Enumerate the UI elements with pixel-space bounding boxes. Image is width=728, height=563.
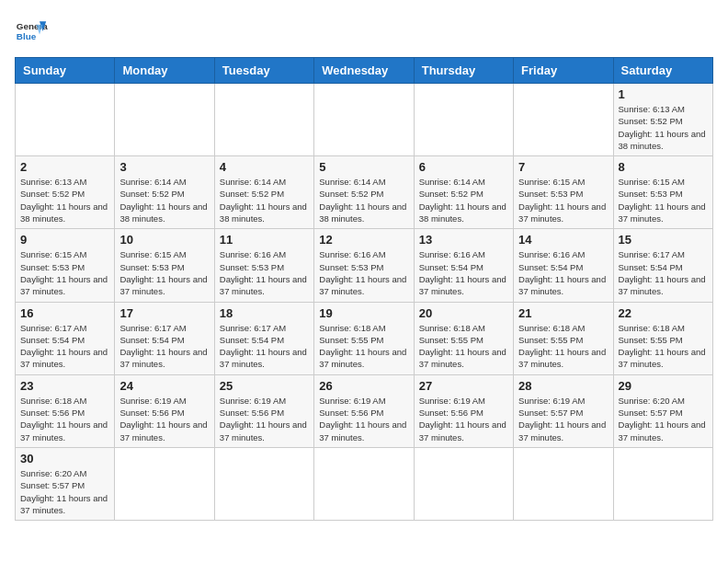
weekday-header-saturday: Saturday [613, 58, 712, 84]
calendar-cell: 4Sunrise: 6:14 AM Sunset: 5:52 PM Daylig… [214, 156, 313, 229]
day-number: 2 [20, 160, 109, 174]
day-info: Sunrise: 6:16 AM Sunset: 5:53 PM Dayligh… [319, 248, 408, 297]
calendar-cell: 5Sunrise: 6:14 AM Sunset: 5:52 PM Daylig… [314, 156, 414, 229]
calendar-cell: 20Sunrise: 6:18 AM Sunset: 5:55 PM Dayli… [414, 302, 513, 374]
day-number: 15 [619, 233, 708, 247]
weekday-header-sunday: Sunday [16, 58, 115, 84]
calendar-cell: 7Sunrise: 6:15 AM Sunset: 5:53 PM Daylig… [514, 156, 613, 229]
day-number: 29 [619, 379, 708, 393]
day-number: 6 [419, 160, 508, 174]
day-info: Sunrise: 6:15 AM Sunset: 5:53 PM Dayligh… [119, 248, 209, 297]
calendar-row-1: 1Sunrise: 6:13 AM Sunset: 5:52 PM Daylig… [16, 84, 713, 156]
calendar-cell [115, 84, 214, 156]
day-info: Sunrise: 6:14 AM Sunset: 5:52 PM Dayligh… [220, 176, 309, 224]
calendar-cell [314, 447, 414, 520]
day-number: 19 [319, 306, 408, 320]
day-info: Sunrise: 6:15 AM Sunset: 5:53 PM Dayligh… [619, 176, 708, 224]
calendar-cell [214, 447, 313, 520]
day-info: Sunrise: 6:16 AM Sunset: 5:54 PM Dayligh… [518, 248, 608, 297]
day-info: Sunrise: 6:18 AM Sunset: 5:55 PM Dayligh… [518, 322, 608, 371]
weekday-header-friday: Friday [514, 58, 613, 84]
calendar-row-5: 23Sunrise: 6:18 AM Sunset: 5:56 PM Dayli… [16, 374, 713, 447]
day-info: Sunrise: 6:14 AM Sunset: 5:52 PM Dayligh… [319, 176, 408, 224]
calendar-cell: 25Sunrise: 6:19 AM Sunset: 5:56 PM Dayli… [214, 374, 313, 447]
calendar-table: SundayMondayTuesdayWednesdayThursdayFrid… [15, 57, 713, 521]
calendar-cell: 1Sunrise: 6:13 AM Sunset: 5:52 PM Daylig… [613, 84, 712, 156]
day-number: 20 [419, 306, 508, 320]
calendar-cell: 14Sunrise: 6:16 AM Sunset: 5:54 PM Dayli… [514, 229, 613, 302]
day-info: Sunrise: 6:14 AM Sunset: 5:52 PM Dayligh… [419, 176, 508, 224]
day-number: 3 [119, 160, 209, 174]
calendar-cell [414, 447, 513, 520]
day-info: Sunrise: 6:17 AM Sunset: 5:54 PM Dayligh… [20, 322, 109, 371]
calendar-cell: 23Sunrise: 6:18 AM Sunset: 5:56 PM Dayli… [16, 374, 115, 447]
weekday-header-monday: Monday [115, 58, 214, 84]
day-info: Sunrise: 6:19 AM Sunset: 5:56 PM Dayligh… [220, 395, 309, 443]
day-number: 12 [319, 233, 408, 247]
logo: General Blue [15, 15, 48, 48]
calendar-cell: 8Sunrise: 6:15 AM Sunset: 5:53 PM Daylig… [613, 156, 712, 229]
day-number: 4 [220, 160, 309, 174]
calendar-cell: 15Sunrise: 6:17 AM Sunset: 5:54 PM Dayli… [613, 229, 712, 302]
day-number: 1 [619, 87, 708, 101]
calendar-cell: 10Sunrise: 6:15 AM Sunset: 5:53 PM Dayli… [115, 229, 214, 302]
day-number: 18 [220, 306, 309, 320]
day-number: 10 [119, 233, 209, 247]
day-info: Sunrise: 6:18 AM Sunset: 5:56 PM Dayligh… [20, 395, 109, 443]
calendar-cell: 6Sunrise: 6:14 AM Sunset: 5:52 PM Daylig… [414, 156, 513, 229]
weekday-header-row: SundayMondayTuesdayWednesdayThursdayFrid… [16, 58, 713, 84]
calendar-cell: 26Sunrise: 6:19 AM Sunset: 5:56 PM Dayli… [314, 374, 414, 447]
calendar-cell: 30Sunrise: 6:20 AM Sunset: 5:57 PM Dayli… [16, 447, 115, 520]
calendar-cell [514, 447, 613, 520]
calendar-row-4: 16Sunrise: 6:17 AM Sunset: 5:54 PM Dayli… [16, 302, 713, 374]
day-info: Sunrise: 6:18 AM Sunset: 5:55 PM Dayligh… [619, 322, 708, 371]
weekday-header-thursday: Thursday [414, 58, 513, 84]
day-number: 27 [419, 379, 508, 393]
calendar-row-3: 9Sunrise: 6:15 AM Sunset: 5:53 PM Daylig… [16, 229, 713, 302]
day-number: 17 [119, 306, 209, 320]
weekday-header-tuesday: Tuesday [214, 58, 313, 84]
calendar-cell: 22Sunrise: 6:18 AM Sunset: 5:55 PM Dayli… [613, 302, 712, 374]
day-info: Sunrise: 6:13 AM Sunset: 5:52 PM Dayligh… [20, 176, 109, 224]
day-number: 14 [518, 233, 608, 247]
calendar-cell: 16Sunrise: 6:17 AM Sunset: 5:54 PM Dayli… [16, 302, 115, 374]
calendar-cell: 19Sunrise: 6:18 AM Sunset: 5:55 PM Dayli… [314, 302, 414, 374]
calendar-cell: 3Sunrise: 6:14 AM Sunset: 5:52 PM Daylig… [115, 156, 214, 229]
day-info: Sunrise: 6:18 AM Sunset: 5:55 PM Dayligh… [319, 322, 408, 371]
day-info: Sunrise: 6:17 AM Sunset: 5:54 PM Dayligh… [619, 248, 708, 297]
calendar-cell [414, 84, 513, 156]
calendar-cell: 29Sunrise: 6:20 AM Sunset: 5:57 PM Dayli… [613, 374, 712, 447]
day-info: Sunrise: 6:16 AM Sunset: 5:54 PM Dayligh… [419, 248, 508, 297]
day-number: 24 [119, 379, 209, 393]
day-number: 26 [319, 379, 408, 393]
day-number: 21 [518, 306, 608, 320]
day-number: 11 [220, 233, 309, 247]
calendar-cell: 17Sunrise: 6:17 AM Sunset: 5:54 PM Dayli… [115, 302, 214, 374]
day-number: 25 [220, 379, 309, 393]
day-info: Sunrise: 6:19 AM Sunset: 5:56 PM Dayligh… [419, 395, 508, 443]
calendar-cell: 24Sunrise: 6:19 AM Sunset: 5:56 PM Dayli… [115, 374, 214, 447]
day-info: Sunrise: 6:14 AM Sunset: 5:52 PM Dayligh… [119, 176, 209, 224]
day-info: Sunrise: 6:15 AM Sunset: 5:53 PM Dayligh… [20, 248, 109, 297]
day-info: Sunrise: 6:19 AM Sunset: 5:56 PM Dayligh… [319, 395, 408, 443]
day-number: 9 [20, 233, 109, 247]
day-info: Sunrise: 6:15 AM Sunset: 5:53 PM Dayligh… [518, 176, 608, 224]
day-number: 22 [619, 306, 708, 320]
day-info: Sunrise: 6:19 AM Sunset: 5:57 PM Dayligh… [518, 395, 608, 443]
calendar-cell [214, 84, 313, 156]
day-info: Sunrise: 6:17 AM Sunset: 5:54 PM Dayligh… [220, 322, 309, 371]
day-info: Sunrise: 6:20 AM Sunset: 5:57 PM Dayligh… [20, 467, 109, 516]
calendar-cell [514, 84, 613, 156]
day-number: 13 [419, 233, 508, 247]
day-number: 28 [518, 379, 608, 393]
calendar-cell [314, 84, 414, 156]
calendar-cell: 27Sunrise: 6:19 AM Sunset: 5:56 PM Dayli… [414, 374, 513, 447]
calendar-cell: 2Sunrise: 6:13 AM Sunset: 5:52 PM Daylig… [16, 156, 115, 229]
day-number: 7 [518, 160, 608, 174]
day-number: 23 [20, 379, 109, 393]
logo-icon: General Blue [15, 15, 48, 48]
calendar-cell: 13Sunrise: 6:16 AM Sunset: 5:54 PM Dayli… [414, 229, 513, 302]
day-info: Sunrise: 6:20 AM Sunset: 5:57 PM Dayligh… [619, 395, 708, 443]
day-number: 16 [20, 306, 109, 320]
calendar-row-6: 30Sunrise: 6:20 AM Sunset: 5:57 PM Dayli… [16, 447, 713, 520]
